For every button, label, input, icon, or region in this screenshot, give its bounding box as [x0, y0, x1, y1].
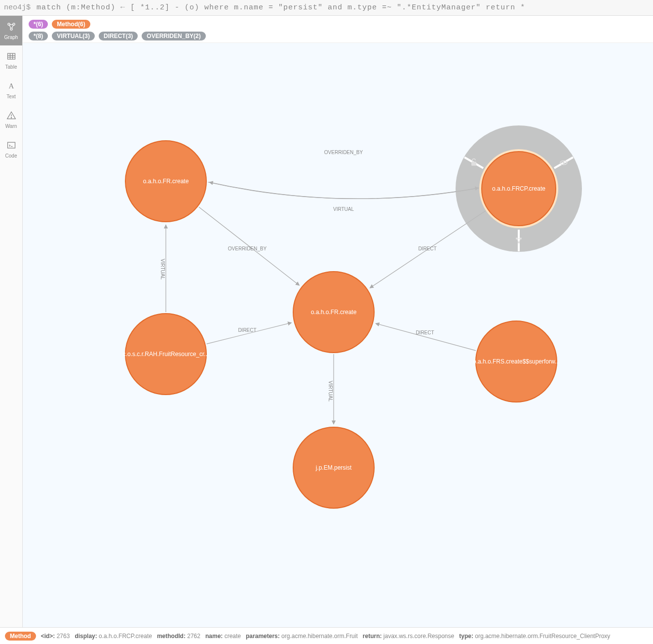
edge-label: OVERRIDEN_BY [228, 246, 267, 251]
edge-direct[interactable] [376, 323, 476, 351]
svg-line-5 [11, 25, 13, 28]
sidebar-item-warn[interactable]: Warn [0, 105, 22, 134]
node-labels-row: *(6)Method(6) [29, 20, 647, 29]
footer-prop: display: o.a.h.o.FRCP.create [75, 633, 152, 640]
footer-prop-key: <id>: [41, 633, 55, 640]
graph-canvas[interactable]: OVERRIDEN_BYVIRTUALOVERRIDEN_BYDIRECTVIR… [23, 43, 653, 627]
edge-label: VIRTUAL [160, 259, 165, 280]
footer-prop: methodId: 2762 [157, 633, 200, 640]
text-icon: A [6, 81, 16, 92]
svg-point-13 [11, 117, 11, 118]
pills-bar: *(6)Method(6) *(8)VIRTUAL(3)DIRECT(3)OVE… [23, 16, 653, 43]
graph-svg[interactable]: OVERRIDEN_BYVIRTUALOVERRIDEN_BYDIRECTVIR… [23, 43, 653, 627]
footer-prop: name: create [205, 633, 241, 640]
footer-prop-value: org.acme.hibernate.orm.FruitResource_Cli… [473, 633, 610, 640]
table-icon [6, 51, 16, 62]
sidebar-item-code[interactable]: Code [0, 134, 22, 164]
footer-prop-key: type: [459, 633, 473, 640]
footer-prop-value: javax.ws.rs.core.Response [382, 633, 454, 640]
footer-prop-key: parameters: [246, 633, 280, 640]
footer-prop-value: org.acme.hibernate.orm.Fruit [280, 633, 358, 640]
footer-prop: type: org.acme.hibernate.orm.FruitResour… [459, 633, 610, 640]
sidebar-item-text[interactable]: AText [0, 75, 22, 105]
pill-overridenby2[interactable]: OVERRIDEN_BY(2) [142, 32, 205, 40]
svg-rect-6 [7, 53, 15, 59]
pill-method6[interactable]: Method(6) [52, 20, 90, 29]
inspector-footer: Method <id>: 2763 display: o.a.h.o.FRCP.… [0, 627, 653, 644]
edge-label: OVERRIDEN_BY [324, 150, 363, 155]
sidebar-item-label: Graph [4, 35, 18, 40]
footer-prop-key: return: [363, 633, 382, 640]
graph-node[interactable] [482, 152, 556, 226]
edge-label: DIRECT [418, 246, 436, 251]
pill-virtual3[interactable]: VIRTUAL(3) [52, 32, 95, 40]
relationship-types-row: *(8)VIRTUAL(3)DIRECT(3)OVERRIDEN_BY(2) [29, 32, 647, 40]
sidebar-item-label: Code [5, 153, 17, 159]
edge-label: VIRTUAL [328, 381, 333, 402]
content-area: *(6)Method(6) *(8)VIRTUAL(3)DIRECT(3)OVE… [23, 16, 653, 627]
svg-point-1 [12, 23, 14, 25]
graph-node[interactable] [293, 272, 374, 353]
query-bar[interactable]: neo4j$ match (m:Method) ← [ *1..2] - (o)… [0, 0, 653, 16]
footer-method-pill[interactable]: Method [5, 632, 36, 641]
edge-virtual[interactable] [208, 182, 479, 199]
main-area: GraphTableATextWarnCode *(6)Method(6) *(… [0, 16, 653, 627]
footer-prop: parameters: org.acme.hibernate.orm.Fruit [246, 633, 358, 640]
graph-icon [6, 22, 16, 33]
svg-text:A: A [8, 82, 14, 90]
footer-prop-value: 2763 [55, 633, 70, 640]
svg-point-2 [10, 28, 12, 30]
edge-label: VIRTUAL [333, 206, 354, 212]
sidebar-item-graph[interactable]: Graph [0, 16, 22, 45]
svg-rect-14 [7, 142, 15, 148]
footer-prop-value: o.a.h.o.FRCP.create [97, 633, 152, 640]
sidebar-item-label: Table [5, 64, 17, 70]
footer-prop-value: create [223, 633, 241, 640]
graph-node[interactable] [476, 321, 557, 402]
view-sidebar: GraphTableATextWarnCode [0, 16, 23, 627]
footer-prop-key: name: [205, 633, 223, 640]
code-icon [6, 140, 16, 151]
sidebar-item-label: Warn [5, 123, 17, 129]
svg-rect-16 [471, 162, 476, 166]
graph-node[interactable] [293, 427, 374, 508]
svg-point-0 [7, 23, 9, 25]
edge-direct[interactable] [206, 322, 291, 344]
svg-point-18 [563, 162, 565, 164]
sidebar-item-table[interactable]: Table [0, 45, 22, 75]
graph-node[interactable] [125, 314, 206, 395]
footer-prop-value: 2762 [186, 633, 200, 640]
edge-label: DIRECT [416, 330, 434, 335]
query-prompt: neo4j$ [4, 3, 31, 12]
footer-prop-key: methodId: [157, 633, 186, 640]
footer-prop-key: display: [75, 633, 97, 640]
graph-node[interactable] [125, 141, 206, 222]
warn-icon [6, 111, 16, 121]
edge-label: DIRECT [238, 327, 256, 333]
footer-prop: <id>: 2763 [41, 633, 70, 640]
pill-direct3[interactable]: DIRECT(3) [99, 32, 138, 40]
svg-line-4 [9, 25, 10, 28]
footer-prop: return: javax.ws.rs.core.Response [363, 633, 454, 640]
query-text: match (m:Method) ← [ *1..2] - (o) where … [37, 3, 525, 12]
pill-6[interactable]: *(6) [29, 20, 48, 29]
sidebar-item-label: Text [6, 94, 15, 99]
pill-8[interactable]: *(8) [29, 32, 48, 40]
